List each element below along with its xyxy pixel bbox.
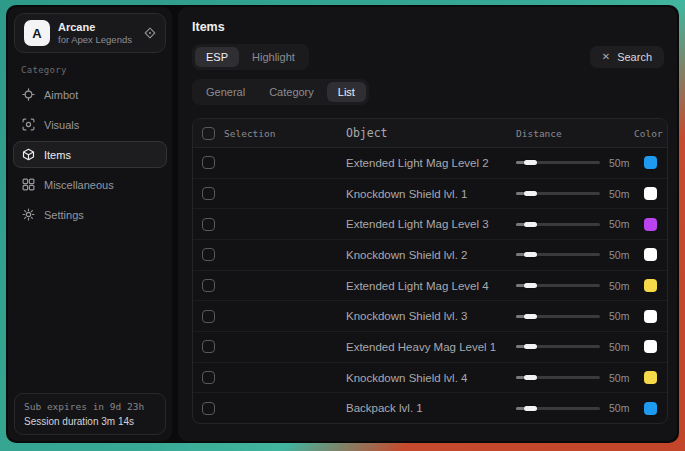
object-label: Extended Light Mag Level 2	[346, 157, 516, 169]
object-label: Extended Heavy Mag Level 1	[346, 341, 516, 353]
tab-highlight[interactable]: Highlight	[241, 47, 306, 67]
sidebar-item-label: Aimbot	[44, 89, 78, 101]
color-swatch[interactable]	[644, 340, 657, 353]
header-color: Color	[634, 128, 668, 139]
color-swatch[interactable]	[644, 248, 657, 261]
row-checkbox[interactable]	[202, 279, 215, 292]
session-duration-text: Session duration 3m 14s	[24, 416, 156, 427]
distance-slider[interactable]	[516, 218, 600, 231]
mode-tab-group: ESPHighlight	[192, 44, 309, 70]
distance-slider[interactable]	[516, 248, 600, 261]
color-swatch[interactable]	[644, 279, 657, 292]
header-selection: Selection	[224, 128, 275, 139]
distance-value: 50m	[609, 402, 629, 414]
row-checkbox[interactable]	[202, 371, 215, 384]
slider-thumb[interactable]	[524, 191, 537, 196]
slider-thumb[interactable]	[524, 406, 537, 411]
slider-thumb[interactable]	[524, 375, 537, 380]
sidebar-item-miscellaneous[interactable]: Miscellaneous	[13, 171, 167, 198]
distance-value: 50m	[609, 218, 629, 230]
distance-slider[interactable]	[516, 279, 600, 292]
row-checkbox[interactable]	[202, 402, 215, 415]
table-row: Knockdown Shield lvl. 450m	[193, 363, 667, 394]
object-label: Backpack lvl. 1	[346, 402, 516, 414]
color-swatch[interactable]	[644, 218, 657, 231]
crosshair-icon	[22, 88, 35, 101]
sidebar-item-items[interactable]: Items	[13, 141, 167, 168]
sidebar: A Arcane for Apex Legends Category Aimbo…	[8, 7, 172, 441]
app-subtitle: for Apex Legends	[58, 34, 132, 45]
object-label: Knockdown Shield lvl. 3	[346, 310, 516, 322]
tab-list[interactable]: List	[327, 82, 366, 102]
subscription-info-card: Sub expires in 9d 23h Session duration 3…	[14, 393, 166, 435]
slider-thumb[interactable]	[524, 222, 537, 227]
color-swatch[interactable]	[644, 156, 657, 169]
sidebar-item-label: Items	[44, 149, 71, 161]
slider-thumb[interactable]	[524, 160, 537, 165]
table-row: Backpack lvl. 150m	[193, 393, 667, 423]
distance-slider[interactable]	[516, 310, 600, 323]
diamond-badge-icon[interactable]	[144, 27, 156, 39]
distance-slider[interactable]	[516, 187, 600, 200]
color-swatch[interactable]	[644, 371, 657, 384]
slider-thumb[interactable]	[524, 344, 537, 349]
distance-value: 50m	[609, 188, 629, 200]
tab-general[interactable]: General	[195, 82, 256, 102]
object-label: Knockdown Shield lvl. 1	[346, 188, 516, 200]
row-checkbox[interactable]	[202, 156, 215, 169]
slider-thumb[interactable]	[524, 252, 537, 257]
row-checkbox[interactable]	[202, 248, 215, 261]
distance-slider[interactable]	[516, 156, 600, 169]
tab-category[interactable]: Category	[258, 82, 325, 102]
table-row: Knockdown Shield lvl. 350m	[193, 301, 667, 332]
distance-value: 50m	[609, 310, 629, 322]
distance-slider[interactable]	[516, 402, 600, 415]
page-title: Items	[178, 7, 677, 34]
table-row: Extended Light Mag Level 350m	[193, 209, 667, 240]
row-checkbox[interactable]	[202, 310, 215, 323]
table-row: Extended Light Mag Level 450m	[193, 271, 667, 302]
select-all-checkbox[interactable]	[202, 127, 215, 140]
row-checkbox[interactable]	[202, 187, 215, 200]
sidebar-menu: AimbotVisualsItemsMiscellaneousSettings	[8, 81, 172, 228]
distance-slider[interactable]	[516, 340, 600, 353]
app-title: Arcane	[58, 21, 132, 34]
object-label: Knockdown Shield lvl. 4	[346, 372, 516, 384]
color-swatch[interactable]	[644, 402, 657, 415]
grid-icon	[22, 178, 35, 191]
row-checkbox[interactable]	[202, 340, 215, 353]
slider-thumb[interactable]	[524, 283, 537, 288]
search-button-label: Search	[617, 51, 652, 63]
desktop-backdrop: A Arcane for Apex Legends Category Aimbo…	[0, 0, 685, 451]
slider-thumb[interactable]	[524, 314, 537, 319]
sub-expiry-text: Sub expires in 9d 23h	[24, 401, 156, 412]
cheat-menu-window: A Arcane for Apex Legends Category Aimbo…	[6, 5, 679, 443]
object-label: Extended Light Mag Level 4	[346, 280, 516, 292]
color-swatch[interactable]	[644, 187, 657, 200]
category-section-label: Category	[21, 65, 172, 75]
view-tab-group: GeneralCategoryList	[192, 79, 369, 105]
app-logo: A	[24, 20, 50, 46]
sidebar-item-visuals[interactable]: Visuals	[13, 111, 167, 138]
row-checkbox[interactable]	[202, 218, 215, 231]
search-button[interactable]: ✕ Search	[590, 46, 664, 68]
distance-slider[interactable]	[516, 371, 600, 384]
sidebar-item-label: Miscellaneous	[44, 179, 114, 191]
view-tabs-row: GeneralCategoryList	[192, 79, 663, 105]
sidebar-item-settings[interactable]: Settings	[13, 201, 167, 228]
gear-icon	[22, 208, 35, 221]
header-object: Object	[346, 126, 516, 140]
table-header-row: Selection Object Distance Color	[193, 119, 667, 148]
box-icon	[22, 148, 35, 161]
table-row: Extended Heavy Mag Level 150m	[193, 332, 667, 363]
tab-esp[interactable]: ESP	[195, 47, 239, 67]
table-row: Knockdown Shield lvl. 250m	[193, 240, 667, 271]
distance-value: 50m	[609, 280, 629, 292]
app-titles: Arcane for Apex Legends	[58, 21, 132, 46]
search-icon: ✕	[602, 52, 610, 62]
object-label: Extended Light Mag Level 3	[346, 218, 516, 230]
distance-value: 50m	[609, 341, 629, 353]
table-body: Extended Light Mag Level 250mKnockdown S…	[193, 148, 667, 423]
color-swatch[interactable]	[644, 310, 657, 323]
sidebar-item-aimbot[interactable]: Aimbot	[13, 81, 167, 108]
